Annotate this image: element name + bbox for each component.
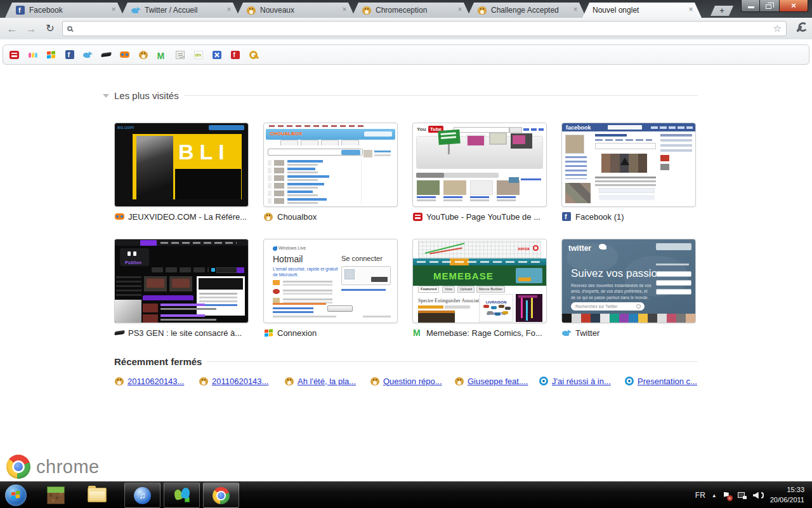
address-input[interactable] — [76, 24, 769, 34]
form-field — [656, 280, 691, 286]
search-pill: Recherchez sur Twitter — [571, 302, 645, 311]
gray-tv — [489, 132, 507, 145]
tab-twitter[interactable]: Twitter / Accueil × — [121, 3, 240, 18]
recently-closed-link[interactable]: J'ai réussi à in... — [539, 376, 611, 386]
tile-label: JEUXVIDEO.COM - La Référe... — [128, 212, 247, 222]
tab-facebook[interactable]: Facebook × — [5, 3, 124, 18]
header-links — [523, 128, 544, 131]
taskbar-chrome-button[interactable] — [203, 483, 239, 508]
recently-closed-link[interactable]: Question répo... — [370, 376, 442, 386]
bookmark-memebase[interactable] — [156, 50, 167, 60]
memebase-m-icon — [412, 328, 422, 338]
closed-link-text[interactable]: Presentation c... — [638, 377, 697, 386]
new-tab-page: Les plus visités eo.com BLI JEUXVIDEO.CO… — [0, 65, 812, 481]
top-nav — [115, 240, 248, 246]
recently-closed-link[interactable]: 20110620143... — [114, 376, 184, 386]
feed-title — [595, 134, 627, 137]
post-image — [418, 311, 455, 323]
section-title: Récemment fermés — [114, 356, 202, 367]
facebook-icon — [65, 50, 74, 59]
taskbar-clock[interactable]: 15:33 20/06/2011 — [770, 485, 807, 505]
desktop: Facebook × Twitter / Accueil × Nouveaux … — [0, 0, 812, 508]
bookmark-dailymotion[interactable] — [193, 50, 204, 60]
recently-closed-link[interactable]: Ah l'été, la pla... — [284, 376, 356, 386]
thumbnail-twitter: twitter Suivez vos passions Recevez des … — [561, 239, 696, 323]
closed-link-text[interactable]: 20110620143... — [212, 377, 268, 386]
most-visited-tile-choualbox[interactable]: CHOUALBOX Choualbox — [263, 123, 398, 222]
most-visited-tile-twitter[interactable]: twitter Suivez vos passions Recevez des … — [561, 239, 696, 338]
bookmark-choualbox[interactable] — [138, 50, 148, 60]
most-visited-tile-memebase[interactable]: xerox MEMEBASE Featured Vote Upload Meme… — [412, 239, 547, 338]
feed-row — [268, 168, 357, 174]
bookmark-star-icon[interactable]: ☆ — [773, 23, 782, 34]
recently-closed-link[interactable]: Presentation c... — [624, 376, 697, 386]
f-fr-icon — [231, 51, 240, 59]
closed-link-text[interactable]: Question répo... — [383, 377, 442, 386]
bookmark-jeuxvideo[interactable] — [119, 50, 130, 60]
msn-messenger-icon — [173, 487, 191, 504]
bookmark-windows[interactable] — [46, 50, 56, 60]
omnibox[interactable]: ☆ — [62, 21, 787, 36]
collapse-triangle-icon[interactable] — [103, 94, 109, 98]
restore-button[interactable] — [760, 0, 779, 12]
photo-grid — [565, 183, 591, 203]
reload-button[interactable]: ↻ — [43, 23, 57, 34]
tab-nouveaux[interactable]: Nouveaux × — [236, 3, 355, 18]
search-icon — [67, 26, 72, 31]
recently-closed-link[interactable]: Giuseppe feat.... — [454, 376, 528, 386]
most-visited-tile-youtube[interactable]: You Tube — [412, 123, 547, 222]
rage-face-icon — [176, 51, 185, 59]
post-title: Spectre Extinguisher Association — [418, 298, 485, 304]
tab-close-icon[interactable]: × — [340, 6, 349, 15]
most-visited-tile-jeuxvideo[interactable]: eo.com BLI JEUXVIDEO.COM - La Référe... — [114, 123, 249, 222]
bookmark-f-fr[interactable] — [230, 50, 240, 60]
forward-button[interactable]: → — [24, 23, 38, 34]
tab-challenge-accepted[interactable]: Challenge Accepted × — [467, 3, 586, 18]
feed-row — [268, 198, 357, 204]
network-icon[interactable] — [738, 491, 747, 499]
recently-closed-link[interactable]: 20110620143... — [199, 376, 268, 386]
bookmark-rage-comics[interactable] — [174, 50, 185, 60]
hero-paragraph: Recevez des nouvelles instantanées de vo… — [571, 283, 652, 300]
closed-link-text[interactable]: J'ai réussi à in... — [552, 377, 611, 386]
action-center-flag-icon[interactable] — [723, 491, 731, 500]
hero-heading: Suivez vos passions — [571, 267, 669, 280]
taskbar-minecraft-icon[interactable] — [47, 486, 65, 504]
close-window-button[interactable]: × — [779, 0, 808, 12]
banner-button — [209, 125, 244, 130]
most-visited-tile-ps3gen[interactable]: PS3 GEN : le site consacré à... — [114, 239, 249, 338]
taskbar-itunes-button[interactable]: ♫ — [124, 483, 160, 508]
closed-link-text[interactable]: 20110620143... — [128, 377, 184, 386]
vote-bar — [418, 305, 443, 309]
tab-close-icon[interactable]: × — [571, 6, 580, 15]
new-tab-button[interactable]: + — [710, 6, 733, 16]
bookmark-youtube[interactable] — [9, 50, 20, 60]
most-visited-tile-hotmail[interactable]: Windows Live Hotmail L'email sécurisé, r… — [263, 239, 398, 338]
taskbar-explorer-icon[interactable] — [88, 488, 107, 502]
tab-close-icon[interactable]: × — [455, 6, 464, 15]
show-hidden-icons-arrow[interactable]: ▲ — [712, 493, 717, 498]
closed-link-text[interactable]: Giuseppe feat.... — [468, 377, 528, 386]
bookmark-ps3[interactable] — [101, 50, 112, 60]
wrench-menu-button[interactable] — [792, 21, 807, 36]
most-visited-tile-facebook[interactable]: facebook Facebook (1) — [561, 123, 696, 222]
tab-close-icon[interactable]: × — [225, 6, 233, 15]
closed-link-text[interactable]: Ah l'été, la pla... — [298, 377, 356, 386]
language-indicator[interactable]: FR — [695, 491, 705, 500]
bookmark-msn-dots[interactable] — [27, 50, 38, 60]
bookmark-key[interactable] — [248, 50, 259, 60]
header-search — [364, 131, 392, 137]
bookmark-blue-cross[interactable] — [211, 50, 222, 60]
start-button[interactable] — [5, 485, 27, 506]
choualbox-hamster-icon — [114, 376, 124, 386]
tab-nouvel-onglet-active[interactable]: Nouvel onglet × — [582, 3, 702, 18]
tab-chromeception[interactable]: Chromeception × — [351, 3, 471, 18]
volume-icon[interactable] — [753, 492, 759, 499]
back-button[interactable]: ← — [5, 23, 19, 34]
taskbar-msn-button[interactable] — [164, 483, 200, 508]
tab-close-icon[interactable]: × — [686, 6, 695, 15]
bookmark-twitter[interactable] — [82, 50, 93, 60]
minimize-button[interactable] — [741, 0, 760, 12]
tab-close-icon[interactable]: × — [109, 6, 118, 15]
bookmark-facebook[interactable] — [64, 50, 75, 60]
